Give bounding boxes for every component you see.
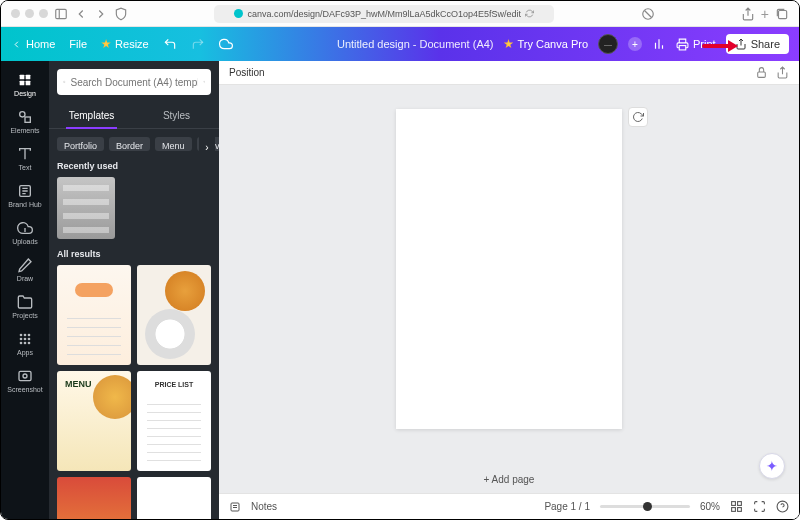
help-icon[interactable] bbox=[776, 500, 789, 513]
zoom-slider[interactable] bbox=[600, 505, 690, 508]
page-refresh-button[interactable] bbox=[628, 107, 648, 127]
svg-rect-9 bbox=[20, 75, 25, 80]
svg-rect-26 bbox=[19, 371, 31, 380]
rail-design[interactable]: Design bbox=[1, 67, 49, 102]
file-menu[interactable]: File bbox=[69, 38, 87, 50]
shield-icon[interactable] bbox=[114, 7, 128, 21]
home-label: Home bbox=[26, 38, 55, 50]
print-button[interactable]: Print bbox=[676, 38, 716, 51]
rail-brand-hub[interactable]: Brand Hub bbox=[1, 178, 49, 213]
rail-projects[interactable]: Projects bbox=[1, 289, 49, 324]
chip-scroll-right[interactable]: › bbox=[199, 137, 215, 157]
svg-point-28 bbox=[63, 81, 64, 82]
template-thumb[interactable] bbox=[57, 477, 131, 519]
chip-border[interactable]: Border bbox=[109, 137, 150, 151]
category-chips: Portfolio Border Menu Cover S › bbox=[49, 129, 219, 159]
search-input-wrap[interactable] bbox=[57, 69, 211, 95]
template-thumb[interactable] bbox=[57, 371, 131, 471]
left-rail: Design Elements Text Brand Hub Uploads D… bbox=[1, 61, 49, 519]
resize-button[interactable]: Resize bbox=[101, 38, 149, 50]
share-button[interactable]: Share bbox=[726, 34, 789, 54]
home-button[interactable]: Home bbox=[11, 38, 55, 50]
template-thumb[interactable] bbox=[137, 371, 211, 471]
document-page[interactable] bbox=[396, 109, 622, 429]
svg-line-3 bbox=[644, 10, 651, 17]
rail-elements[interactable]: Elements bbox=[1, 104, 49, 139]
svg-rect-8 bbox=[679, 45, 686, 49]
crown-icon bbox=[101, 39, 111, 49]
position-button[interactable]: Position bbox=[229, 67, 265, 78]
svg-rect-38 bbox=[738, 502, 742, 506]
svg-rect-39 bbox=[732, 508, 736, 512]
help-fab[interactable]: ✦ bbox=[759, 453, 785, 479]
add-page-button[interactable]: + Add page bbox=[219, 466, 799, 493]
refresh-icon[interactable] bbox=[525, 9, 534, 18]
chevron-left-icon[interactable] bbox=[74, 7, 88, 21]
rail-apps[interactable]: Apps bbox=[1, 326, 49, 361]
svg-point-13 bbox=[20, 112, 25, 117]
rail-text[interactable]: Text bbox=[1, 141, 49, 176]
svg-point-20 bbox=[20, 338, 23, 341]
canvas-workspace[interactable] bbox=[219, 85, 799, 466]
printer-icon bbox=[676, 38, 689, 51]
grid-view-icon[interactable] bbox=[730, 500, 743, 513]
page-indicator[interactable]: Page 1 / 1 bbox=[544, 501, 590, 512]
svg-rect-40 bbox=[738, 508, 742, 512]
chip-portfolio[interactable]: Portfolio bbox=[57, 137, 104, 151]
rail-draw[interactable]: Draw bbox=[1, 252, 49, 287]
redo-icon[interactable] bbox=[191, 37, 205, 51]
svg-rect-10 bbox=[26, 75, 31, 80]
chip-menu[interactable]: Menu bbox=[155, 137, 192, 151]
svg-point-22 bbox=[28, 338, 31, 341]
search-input[interactable] bbox=[71, 77, 198, 88]
canvas-area: Position + Add page ✦ Notes Page 1 / 1 6… bbox=[219, 61, 799, 519]
svg-point-27 bbox=[23, 374, 27, 378]
all-results-label: All results bbox=[49, 247, 219, 265]
chevron-right-icon[interactable] bbox=[94, 7, 108, 21]
template-thumb[interactable] bbox=[137, 477, 211, 519]
svg-point-24 bbox=[24, 342, 27, 345]
chart-icon[interactable] bbox=[652, 37, 666, 51]
favicon-icon bbox=[234, 9, 243, 18]
export-icon[interactable] bbox=[776, 66, 789, 79]
refresh-icon bbox=[632, 111, 644, 123]
editor-footer: Notes Page 1 / 1 60% bbox=[219, 493, 799, 519]
filter-icon[interactable] bbox=[203, 76, 206, 88]
notes-button[interactable]: Notes bbox=[251, 501, 277, 512]
lock-icon[interactable] bbox=[755, 66, 768, 79]
undo-icon[interactable] bbox=[163, 37, 177, 51]
add-collaborator-button[interactable]: + bbox=[628, 37, 642, 51]
rail-screenshot[interactable]: Screenshot bbox=[1, 363, 49, 398]
svg-point-17 bbox=[20, 334, 23, 337]
share-browser-icon[interactable] bbox=[741, 7, 755, 21]
user-avatar[interactable]: — bbox=[598, 34, 618, 54]
sidebar-toggle-icon[interactable] bbox=[54, 7, 68, 21]
tabs-icon[interactable] bbox=[775, 7, 789, 21]
document-title[interactable]: Untitled design - Document (A4) bbox=[337, 38, 494, 50]
svg-point-19 bbox=[28, 334, 31, 337]
cloud-check-icon[interactable] bbox=[219, 37, 233, 51]
browser-titlebar: canva.com/design/DAFc93P_hwM/Mm9lLaA5dkC… bbox=[1, 1, 799, 27]
svg-point-21 bbox=[24, 338, 27, 341]
svg-point-25 bbox=[28, 342, 31, 345]
tab-styles[interactable]: Styles bbox=[134, 103, 219, 128]
template-thumb[interactable] bbox=[57, 265, 131, 365]
zoom-level[interactable]: 60% bbox=[700, 501, 720, 512]
svg-point-18 bbox=[24, 334, 27, 337]
svg-point-23 bbox=[20, 342, 23, 345]
upload-icon bbox=[735, 38, 747, 50]
chevron-left-icon bbox=[11, 39, 22, 50]
recent-template-thumb[interactable] bbox=[57, 177, 115, 239]
template-thumb[interactable] bbox=[137, 265, 211, 365]
try-pro-button[interactable]: Try Canva Pro bbox=[504, 38, 589, 50]
fullscreen-icon[interactable] bbox=[753, 500, 766, 513]
url-bar[interactable]: canva.com/design/DAFc93P_hwM/Mm9lLaA5dkC… bbox=[214, 5, 554, 23]
notes-icon bbox=[229, 501, 241, 513]
window-controls[interactable] bbox=[11, 9, 48, 18]
tab-templates[interactable]: Templates bbox=[49, 103, 134, 128]
rail-uploads[interactable]: Uploads bbox=[1, 215, 49, 250]
new-tab-button[interactable]: + bbox=[761, 6, 769, 22]
svg-rect-0 bbox=[56, 9, 67, 18]
block-icon[interactable] bbox=[641, 7, 655, 21]
svg-rect-37 bbox=[732, 502, 736, 506]
